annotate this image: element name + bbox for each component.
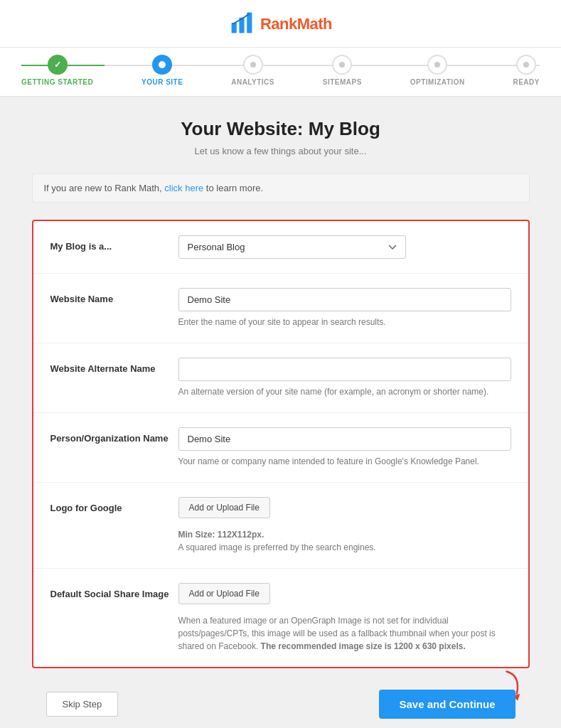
step-label-analytics: ANALYTICS	[231, 78, 274, 86]
blog-type-label: My Blog is a...	[50, 241, 178, 252]
social-image-input-col: Add or Upload File When a featured image…	[178, 583, 511, 653]
social-image-label: Default Social Share Image	[50, 589, 178, 599]
step-dot-your-site	[152, 55, 172, 75]
logo-label-col: Logo for Google	[50, 497, 178, 513]
website-name-hint: Enter the name of your site to appear in…	[178, 316, 511, 328]
website-name-input[interactable]	[178, 288, 511, 311]
page-subtitle: Let us know a few things about your site…	[32, 146, 530, 156]
step-sitemaps[interactable]: SITEMAPS	[323, 55, 362, 86]
logo-upload-button[interactable]: Add or Upload File	[178, 497, 270, 518]
step-label-getting-started: GETTING STARTED	[21, 78, 93, 86]
org-name-label-col: Person/Organization Name	[50, 427, 178, 444]
step-label-optimization: OPTIMIZATION	[410, 78, 465, 86]
step-dot-sitemaps	[332, 55, 352, 75]
org-name-hint: Your name or company name intended to fe…	[178, 455, 511, 468]
step-your-site[interactable]: YOUR SITE	[141, 55, 183, 86]
click-here-link[interactable]: click here	[164, 183, 203, 193]
save-button-container: Save and Continue	[379, 690, 515, 719]
skip-button[interactable]: Skip Step	[46, 692, 119, 717]
step-analytics[interactable]: ANALYTICS	[231, 55, 274, 86]
website-name-input-col: Enter the name of your site to appear in…	[178, 288, 511, 328]
logo-label: Logo for Google	[50, 503, 178, 513]
logo-text: RankMath	[260, 15, 332, 33]
step-dot-getting-started	[48, 55, 68, 75]
logo-hint: Min Size: 112X112px. A squared image is …	[178, 528, 511, 554]
org-name-input[interactable]	[178, 427, 511, 451]
rankmath-logo-icon	[229, 10, 255, 38]
wizard-bar: GETTING STARTED YOUR SITE ANALYTICS SITE…	[0, 48, 561, 97]
logo-hint-size: Min Size: 112X112px.	[178, 528, 511, 541]
blog-type-select[interactable]: Personal Blog News Portal Online Store S…	[178, 235, 406, 259]
social-image-hint: When a featured image or an OpenGraph Im…	[178, 614, 511, 653]
website-name-label-col: Website Name	[50, 288, 178, 304]
step-dot-ready	[516, 55, 536, 75]
social-image-label-col: Default Social Share Image	[50, 583, 178, 599]
website-alt-name-label-col: Website Alternate Name	[50, 358, 178, 374]
step-label-sitemaps: SITEMAPS	[323, 78, 362, 86]
svg-rect-0	[232, 23, 237, 33]
form-section: My Blog is a... Personal Blog News Porta…	[32, 220, 530, 668]
save-continue-button[interactable]: Save and Continue	[379, 690, 515, 719]
blog-type-label-col: My Blog is a...	[50, 235, 178, 252]
main-content: Your Website: My Blog Let us know a few …	[18, 97, 544, 728]
bottom-bar: Skip Step Save and Continue	[32, 675, 530, 728]
website-alt-name-label: Website Alternate Name	[50, 363, 178, 374]
step-dot-optimization	[427, 55, 447, 75]
social-image-row: Default Social Share Image Add or Upload…	[33, 569, 528, 667]
website-alt-name-input-col: An alternate version of your site name (…	[178, 358, 511, 398]
wizard-steps: GETTING STARTED YOUR SITE ANALYTICS SITE…	[21, 55, 540, 86]
step-label-ready: READY	[513, 78, 540, 86]
step-optimization[interactable]: OPTIMIZATION	[410, 55, 465, 86]
info-banner: If you are new to Rank Math, click here …	[32, 173, 530, 203]
blog-type-row: My Blog is a... Personal Blog News Porta…	[33, 221, 528, 274]
org-name-label: Person/Organization Name	[50, 433, 178, 444]
step-getting-started[interactable]: GETTING STARTED	[21, 55, 93, 86]
logo-hint-text: A squared image is preferred by the sear…	[178, 542, 376, 552]
step-dot-analytics	[243, 55, 263, 75]
logo-input-col: Add or Upload File Min Size: 112X112px. …	[178, 497, 511, 554]
step-ready[interactable]: READY	[513, 55, 540, 86]
org-name-row: Person/Organization Name Your name or co…	[33, 413, 528, 483]
website-name-label: Website Name	[50, 294, 178, 304]
logo-area: RankMath	[229, 10, 332, 38]
website-alt-name-hint: An alternate version of your site name (…	[178, 385, 511, 398]
social-image-upload-button[interactable]: Add or Upload File	[178, 583, 270, 604]
org-name-input-col: Your name or company name intended to fe…	[178, 427, 511, 468]
logo-row: Logo for Google Add or Upload File Min S…	[33, 483, 528, 569]
website-name-row: Website Name Enter the name of your site…	[33, 274, 528, 343]
step-label-your-site: YOUR SITE	[141, 78, 183, 86]
social-image-hint-bold: The recommended image size is 1200 x 630…	[261, 641, 466, 651]
header: RankMath	[0, 0, 561, 48]
website-alt-name-input[interactable]	[178, 358, 511, 381]
blog-type-input-col: Personal Blog News Portal Online Store S…	[178, 235, 511, 259]
website-alt-name-row: Website Alternate Name An alternate vers…	[33, 343, 528, 413]
page-title: Your Website: My Blog	[32, 118, 530, 140]
